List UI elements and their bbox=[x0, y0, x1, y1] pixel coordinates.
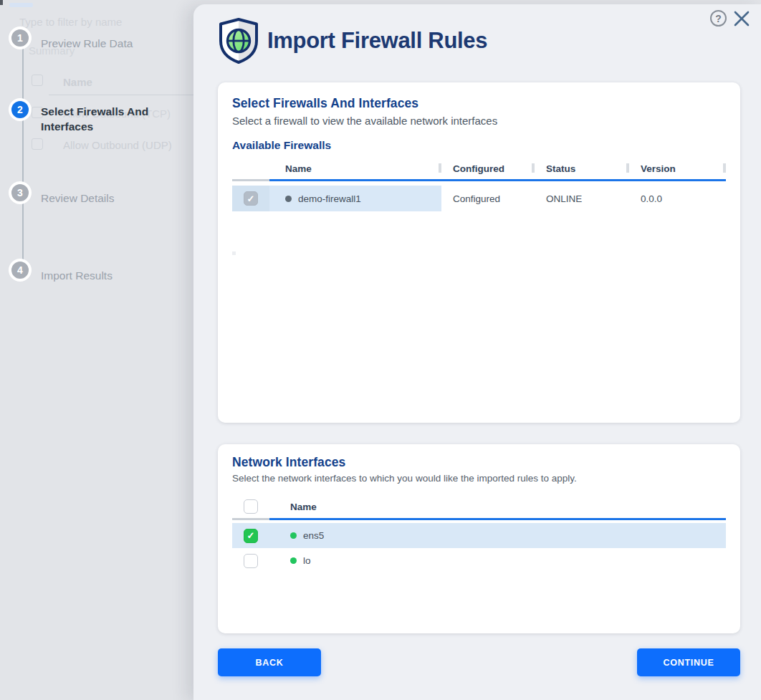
stepper-step-preview-rule-data[interactable]: 1 Preview Rule Data bbox=[9, 27, 193, 51]
interfaces-table-header: Name bbox=[232, 495, 726, 518]
column-resize-handle[interactable] bbox=[723, 163, 726, 173]
firewall-status-dot bbox=[285, 196, 292, 202]
ghost-checkbox bbox=[32, 138, 43, 150]
ghost-rule-udp: Allow Outbound (UDP) bbox=[63, 139, 172, 151]
continue-button[interactable]: CONTINUE bbox=[637, 648, 740, 676]
select-firewalls-card: Select Firewalls And Interfaces Select a… bbox=[218, 82, 740, 423]
firewall-row-checkbox[interactable] bbox=[244, 191, 258, 206]
ghost-artifact-dot bbox=[232, 251, 236, 255]
help-icon[interactable]: ? bbox=[710, 10, 727, 27]
stepper-step-review-details[interactable]: 3 Review Details bbox=[9, 181, 193, 206]
available-firewalls-heading: Available Firewalls bbox=[232, 139, 726, 152]
network-interfaces-card: Network Interfaces Select the network in… bbox=[218, 444, 740, 633]
step-2-label: Select Firewalls And Interfaces bbox=[41, 104, 193, 134]
ghost-checkbox bbox=[32, 75, 43, 86]
close-icon[interactable] bbox=[732, 9, 751, 28]
column-header-status: Status bbox=[535, 163, 629, 174]
column-header-version: Version bbox=[629, 163, 726, 174]
interface-status-dot bbox=[290, 532, 297, 539]
firewall-version-value: 0.0.0 bbox=[629, 193, 726, 204]
step-2-circle: 2 bbox=[9, 98, 32, 121]
back-button[interactable]: BACK bbox=[218, 648, 321, 676]
column-resize-handle[interactable] bbox=[532, 163, 535, 173]
card-subtitle: Select a firewall to view the available … bbox=[232, 115, 726, 127]
step-3-label: Review Details bbox=[41, 191, 193, 206]
column-header-name: Name bbox=[269, 163, 441, 174]
interface-checkbox-lo[interactable] bbox=[244, 554, 258, 568]
select-all-interfaces-checkbox[interactable] bbox=[244, 499, 258, 514]
column-resize-handle[interactable] bbox=[439, 163, 441, 173]
card-title: Select Firewalls And Interfaces bbox=[232, 96, 726, 111]
step-3-circle: 3 bbox=[9, 181, 32, 204]
column-header-configured: Configured bbox=[441, 163, 535, 174]
interface-name: ens5 bbox=[303, 530, 324, 541]
interface-name: lo bbox=[303, 555, 311, 566]
firewall-status-value: ONLINE bbox=[535, 193, 629, 204]
column-header-name: Name bbox=[269, 502, 441, 512]
interface-row-ens5[interactable]: ens5 bbox=[232, 523, 726, 548]
interface-checkbox-ens5[interactable] bbox=[244, 529, 258, 543]
ghost-filter-bar bbox=[9, 3, 33, 7]
stepper-step-import-results[interactable]: 4 Import Results bbox=[9, 259, 193, 283]
dialog-header: Import Firewall Rules bbox=[217, 17, 487, 64]
stepper-connector-line bbox=[22, 41, 24, 273]
ghost-divider bbox=[49, 95, 193, 95]
firewall-name: demo-firewall1 bbox=[298, 193, 361, 204]
firewall-configured-value: Configured bbox=[441, 193, 535, 204]
firewall-shield-globe-icon bbox=[217, 17, 260, 64]
card-subtitle: Select the network interfaces to which y… bbox=[232, 473, 726, 484]
interface-status-dot bbox=[290, 557, 297, 564]
table-header-underline bbox=[232, 179, 726, 181]
interfaces-table: Name ens5 lo bbox=[232, 495, 726, 573]
step-4-label: Import Results bbox=[41, 268, 193, 283]
ghost-name-header: Name bbox=[63, 76, 92, 88]
card-title: Network Interfaces bbox=[232, 455, 726, 470]
firewall-row-demo-firewall1[interactable]: demo-firewall1 Configured ONLINE 0.0.0 bbox=[232, 186, 726, 211]
column-resize-handle[interactable] bbox=[626, 163, 629, 173]
ghost-page-corner bbox=[0, 0, 3, 5]
step-1-circle: 1 bbox=[9, 27, 32, 49]
stepper-step-select-firewalls[interactable]: 2 Select Firewalls And Interfaces bbox=[9, 98, 193, 134]
import-firewall-rules-wizard: Type to filter by name Summary Name Allo… bbox=[0, 0, 761, 700]
firewalls-table-header: Name Configured Status Version bbox=[232, 158, 726, 179]
dialog-title: Import Firewall Rules bbox=[267, 28, 487, 54]
firewalls-table: Name Configured Status Version bbox=[232, 158, 726, 211]
step-1-label: Preview Rule Data bbox=[41, 36, 193, 51]
table-header-underline bbox=[232, 518, 726, 520]
step-4-circle: 4 bbox=[9, 259, 32, 282]
interface-row-lo[interactable]: lo bbox=[232, 548, 726, 573]
